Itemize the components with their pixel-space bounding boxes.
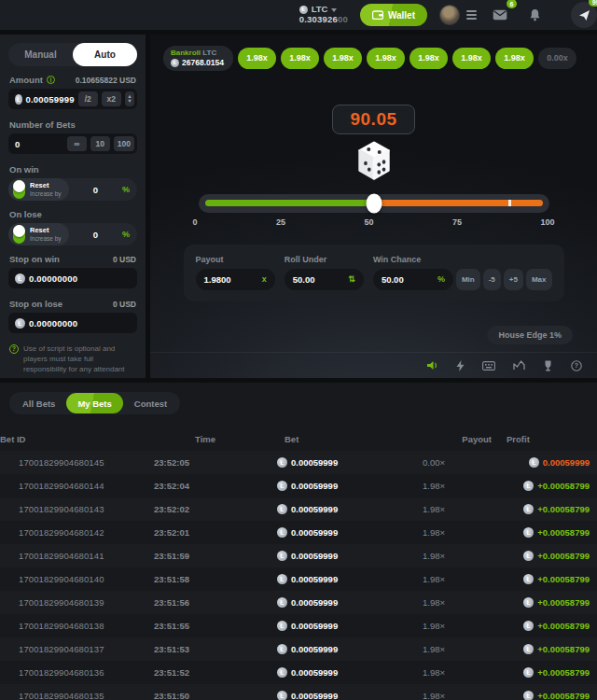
number-of-bets-input[interactable]: 0 ∞10100 bbox=[8, 133, 137, 154]
chat-button[interactable]: 99 bbox=[571, 2, 597, 28]
win-chance-step-button[interactable]: Min bbox=[456, 269, 480, 290]
tab-manual[interactable]: Manual bbox=[8, 43, 73, 66]
wallet-button[interactable]: Wallet bbox=[360, 4, 427, 26]
half-button[interactable]: /2 bbox=[78, 91, 98, 106]
ltc-coin-icon: Ł bbox=[277, 551, 287, 561]
slider-scale: 0255075100 bbox=[193, 217, 555, 227]
bet-row[interactable]: 17001829904680137 23:51:53 Ł0.00059999 1… bbox=[0, 637, 597, 661]
bets-tab[interactable]: Contest bbox=[123, 393, 178, 413]
stop-on-win-input[interactable]: Ł 0.00000000 bbox=[8, 268, 137, 288]
roll-result-value: 90.05 bbox=[350, 109, 396, 129]
bets-tab[interactable]: My Bets bbox=[66, 393, 122, 413]
bet-row[interactable]: 17001829904680138 23:51:55 Ł0.00059999 1… bbox=[0, 614, 597, 637]
sound-button[interactable] bbox=[426, 360, 438, 371]
on-lose-toggle[interactable]: ResetIncrease by bbox=[8, 223, 69, 245]
ltc-coin-icon: Ł bbox=[171, 59, 179, 67]
bet-amount: Ł0.00059999 bbox=[264, 621, 404, 631]
bet-row[interactable]: 17001829904680140 23:51:58 Ł0.00059999 1… bbox=[0, 567, 597, 591]
amount-value[interactable]: 0.00059999 bbox=[26, 94, 75, 105]
result-marker bbox=[508, 200, 511, 206]
top-header: Ł LTC 0.30392600 Wallet 6 99 bbox=[0, 0, 597, 30]
avatar[interactable] bbox=[439, 5, 460, 25]
win-chance-step-button[interactable]: -5 bbox=[483, 269, 501, 290]
bet-payout: 0.00× bbox=[404, 457, 507, 468]
scale-tick: 75 bbox=[452, 217, 462, 227]
stop-on-lose-value[interactable]: 0.00000000 bbox=[29, 318, 134, 329]
multiplier-pill[interactable]: 0.00x bbox=[538, 48, 576, 69]
live-stats-button[interactable] bbox=[513, 360, 525, 371]
bet-row[interactable]: 17001829904680141 23:51:59 Ł0.00059999 1… bbox=[0, 544, 597, 567]
roll-under-input[interactable]: 50.00 ⇅ bbox=[285, 269, 364, 290]
multiplier-pill[interactable]: 1.98x bbox=[324, 48, 362, 69]
bet-row[interactable]: 17001829904680139 23:51:56 Ł0.00059999 1… bbox=[0, 591, 597, 614]
multiplier-pill[interactable]: 1.98x bbox=[238, 48, 276, 69]
tab-auto[interactable]: Auto bbox=[73, 43, 137, 66]
multiplier-pill[interactable]: 1.98x bbox=[452, 48, 491, 69]
scale-tick: 50 bbox=[364, 217, 373, 227]
notifications-button[interactable] bbox=[523, 4, 546, 26]
leaderboard-button[interactable] bbox=[543, 360, 553, 371]
on-win-suffix: % bbox=[122, 185, 130, 194]
bet-amount: Ł0.00059999 bbox=[264, 527, 404, 538]
win-chance-step-button[interactable]: Max bbox=[526, 269, 552, 290]
multiplier-pill[interactable]: 1.98x bbox=[495, 48, 534, 69]
stop-on-lose-input[interactable]: Ł 0.00000000 bbox=[8, 313, 137, 333]
multiplier-pill[interactable]: 1.98x bbox=[281, 48, 319, 69]
bets-preset-button[interactable]: 100 bbox=[114, 136, 134, 151]
bet-payout: 1.98× bbox=[404, 551, 507, 561]
win-chance-step-button[interactable]: +5 bbox=[504, 269, 523, 290]
roll-result-box: 90.05 bbox=[332, 105, 414, 134]
ltc-coin-icon: Ł bbox=[277, 527, 287, 538]
bet-profit: Ł+0.00058799 bbox=[507, 597, 597, 608]
multiplier-pill[interactable]: 1.98x bbox=[367, 48, 405, 69]
number-of-bets-value[interactable]: 0 bbox=[15, 139, 63, 149]
bet-time: 23:52:01 bbox=[154, 527, 264, 538]
bet-amount: Ł0.00059999 bbox=[264, 504, 404, 514]
help-button[interactable]: ? bbox=[571, 360, 582, 371]
currency-selector[interactable]: Ł LTC 0.30392600 bbox=[299, 5, 348, 25]
bankroll-pill[interactable]: Bankroll LTC Ł26768.0154 bbox=[163, 46, 233, 71]
bet-row[interactable]: 17001829904680145 23:52:05 Ł0.00059999 0… bbox=[0, 451, 597, 474]
on-win-toggle[interactable]: ResetIncrease by bbox=[8, 178, 69, 201]
bets-preset-button[interactable]: ∞ bbox=[67, 136, 87, 151]
swap-arrows-icon[interactable]: ⇅ bbox=[348, 274, 355, 284]
bet-id: 17001829904680145 bbox=[0, 457, 154, 468]
bet-row[interactable]: 17001829904680135 23:51:50 Ł0.00059999 1… bbox=[0, 684, 597, 700]
on-lose-value[interactable]: 0 bbox=[69, 230, 122, 240]
double-button[interactable]: x2 bbox=[102, 91, 121, 106]
turbo-button[interactable] bbox=[456, 360, 465, 371]
slider-knob[interactable] bbox=[366, 193, 382, 213]
stop-on-win-value[interactable]: 0.00000000 bbox=[29, 273, 134, 284]
amount-input[interactable]: Ł 0.00059999 /2 x2 ▲▼ bbox=[8, 89, 137, 109]
bet-row[interactable]: 17001829904680136 23:51:52 Ł0.00059999 1… bbox=[0, 661, 597, 684]
bet-time: 23:52:02 bbox=[154, 504, 264, 514]
on-lose-suffix: % bbox=[122, 230, 130, 239]
messages-button[interactable]: 6 bbox=[489, 4, 511, 26]
mode-switch: Manual Auto bbox=[8, 43, 137, 66]
bet-id: 17001829904680138 bbox=[0, 621, 154, 631]
roll-slider[interactable] bbox=[199, 194, 549, 213]
ltc-coin-icon: Ł bbox=[529, 457, 539, 468]
bet-id: 17001829904680140 bbox=[0, 574, 154, 584]
question-icon: ? bbox=[9, 344, 19, 354]
column-header: Time bbox=[154, 434, 264, 444]
bet-row[interactable]: 17001829904680144 23:52:04 Ł0.00059999 1… bbox=[0, 474, 597, 497]
bet-time: 23:51:50 bbox=[154, 691, 264, 700]
info-icon[interactable]: i bbox=[47, 76, 55, 84]
profile-menu[interactable] bbox=[439, 5, 477, 25]
bet-row[interactable]: 17001829904680143 23:52:02 Ł0.00059999 1… bbox=[0, 497, 597, 521]
bets-tab[interactable]: All Bets bbox=[11, 393, 66, 413]
chevron-down-icon bbox=[331, 8, 337, 12]
win-chance-input[interactable]: 50.00 % bbox=[373, 269, 453, 290]
bet-row[interactable]: 17001829904680142 23:52:01 Ł0.00059999 1… bbox=[0, 521, 597, 544]
multiplier-pill[interactable]: 1.98x bbox=[410, 48, 448, 69]
amount-stepper[interactable]: ▲▼ bbox=[125, 91, 134, 106]
bet-profit: Ł+0.00058799 bbox=[507, 481, 597, 491]
bet-amount: Ł0.00059999 bbox=[264, 667, 404, 678]
amount-label: Amounti bbox=[9, 75, 55, 85]
bets-history-section: All BetsMy BetsContest Bet IDTimeBetPayo… bbox=[0, 383, 597, 700]
on-win-value[interactable]: 0 bbox=[69, 185, 122, 195]
bets-preset-button[interactable]: 10 bbox=[90, 136, 110, 151]
payout-input[interactable]: 1.9800 x bbox=[196, 269, 275, 290]
hotkeys-button[interactable] bbox=[482, 361, 495, 371]
